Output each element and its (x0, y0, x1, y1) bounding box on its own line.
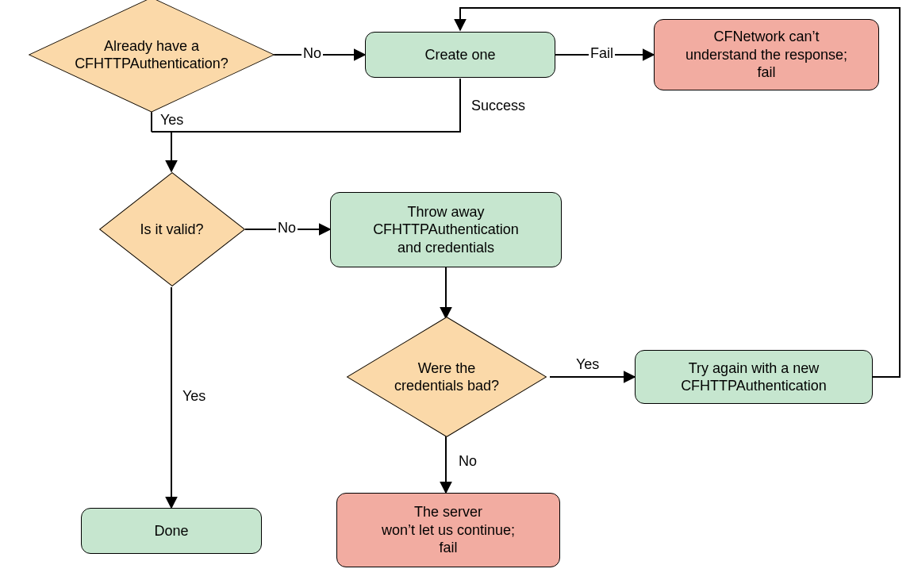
decision-valid-label: Is it valid? (98, 171, 245, 287)
process-create-one-label: Create one (424, 46, 495, 64)
edge-label-haveauth-no: No (301, 46, 323, 60)
process-done-label: Done (154, 522, 188, 540)
decision-creds-bad: Were thecredentials bad? (343, 318, 551, 436)
edge-label-create-success: Success (470, 98, 527, 113)
terminal-server-fail: The serverwon’t let us continue;fail (336, 493, 560, 567)
edge-label-create-fail: Fail (589, 46, 615, 60)
edge-label-valid-no: No (276, 221, 298, 235)
edge-label-creds-no: No (457, 454, 478, 468)
decision-valid: Is it valid? (98, 171, 245, 287)
process-try-again: Try again with a newCFHTTPAuthentication (635, 350, 873, 404)
process-throw-away: Throw awayCFHTTPAuthenticationand creden… (330, 192, 562, 267)
decision-have-auth-label: Already have aCFHTTPAuthentication? (32, 6, 271, 103)
terminal-fail-understand-label: CFNetwork can’tunderstand the response;f… (686, 28, 847, 82)
edge-label-haveauth-yes: Yes (159, 113, 185, 127)
edge-label-valid-yes: Yes (181, 389, 207, 403)
flowchart: Already have aCFHTTPAuthentication? Crea… (0, 0, 914, 588)
decision-creds-bad-label: Were thecredentials bad? (343, 318, 551, 436)
edge-label-creds-yes: Yes (574, 357, 601, 371)
process-throw-away-label: Throw awayCFHTTPAuthenticationand creden… (373, 203, 519, 257)
process-create-one: Create one (365, 32, 555, 78)
terminal-server-fail-label: The serverwon’t let us continue;fail (382, 503, 515, 557)
process-done: Done (81, 508, 262, 554)
decision-have-auth: Already have aCFHTTPAuthentication? (32, 6, 271, 103)
terminal-fail-understand: CFNetwork can’tunderstand the response;f… (654, 19, 879, 90)
process-try-again-label: Try again with a newCFHTTPAuthentication (681, 359, 827, 395)
